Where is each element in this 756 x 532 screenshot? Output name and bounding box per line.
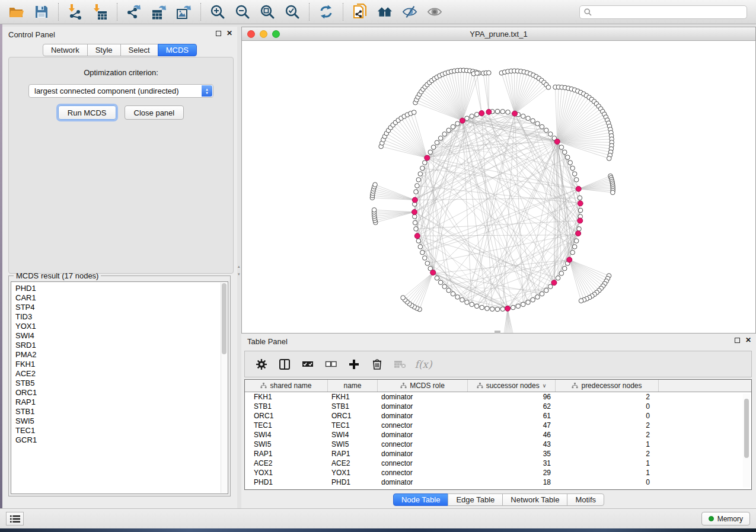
zoom-in-icon[interactable] — [210, 4, 225, 20]
search-input[interactable] — [595, 8, 742, 16]
network-node[interactable] — [548, 284, 553, 289]
delete-row-icon[interactable] — [370, 357, 384, 371]
scrollbar-thumb[interactable] — [222, 283, 227, 354]
network-node[interactable] — [559, 271, 564, 276]
open-file-icon[interactable] — [9, 4, 24, 20]
mcds-result-item[interactable]: YOX1 — [15, 322, 228, 331]
mcds-hub-node[interactable] — [479, 111, 484, 116]
network-node[interactable] — [579, 299, 583, 303]
export-table-icon[interactable] — [151, 4, 167, 20]
column-header-MCDS-role[interactable]: MCDS role — [378, 380, 468, 392]
task-history-button[interactable] — [6, 512, 24, 525]
show-details-icon[interactable] — [427, 4, 442, 20]
network-node[interactable] — [423, 161, 428, 165]
close-panel-icon[interactable]: ✕ — [227, 30, 232, 36]
mcds-hub-node[interactable] — [412, 197, 417, 203]
hide-details-icon[interactable] — [402, 4, 417, 20]
mcds-hub-node[interactable] — [425, 155, 430, 161]
table-row[interactable]: SWI4SWI4dominator462 — [245, 430, 751, 440]
network-node[interactable] — [500, 110, 505, 114]
home-icon[interactable] — [377, 4, 393, 20]
network-node[interactable] — [416, 178, 421, 182]
mcds-result-item[interactable]: FKH1 — [15, 360, 228, 369]
table-row[interactable]: YOX1YOX1connector291 — [245, 468, 751, 477]
network-node[interactable] — [438, 280, 443, 285]
mcds-hub-node[interactable] — [567, 257, 572, 262]
network-canvas[interactable] — [242, 41, 755, 333]
tab-motifs[interactable]: Motifs — [567, 493, 604, 506]
network-node[interactable] — [607, 156, 611, 161]
mcds-hub-node[interactable] — [486, 109, 492, 114]
network-node[interactable] — [487, 70, 492, 75]
network-node[interactable] — [446, 128, 451, 133]
network-node[interactable] — [414, 190, 419, 194]
network-node[interactable] — [474, 112, 479, 117]
network-node[interactable] — [442, 284, 447, 289]
refresh-icon[interactable] — [318, 4, 334, 20]
table-row[interactable]: SWI5SWI5connector431 — [245, 440, 751, 449]
network-node[interactable] — [535, 121, 540, 126]
network-node[interactable] — [451, 291, 455, 296]
network-node[interactable] — [480, 305, 484, 310]
network-node[interactable] — [531, 118, 535, 123]
network-node[interactable] — [414, 226, 419, 231]
network-node[interactable] — [412, 110, 416, 115]
network-node[interactable] — [438, 136, 443, 140]
tab-network[interactable]: Network — [43, 44, 88, 56]
tab-network-table[interactable]: Network Table — [502, 493, 567, 506]
column-header-name[interactable]: name — [328, 380, 378, 392]
network-node[interactable] — [578, 196, 582, 200]
memory-button[interactable]: Memory — [701, 512, 750, 525]
close-panel-icon[interactable]: ✕ — [745, 337, 751, 343]
mcds-result-item[interactable]: CAR1 — [15, 293, 228, 303]
network-node[interactable] — [562, 150, 567, 155]
mcds-result-item[interactable]: TEC1 — [15, 426, 228, 435]
table-scrollbar[interactable] — [743, 394, 750, 488]
run-mcds-button[interactable]: Run MCDS — [58, 105, 116, 120]
mcds-list-scrollbar[interactable] — [221, 283, 227, 493]
network-node[interactable] — [572, 172, 577, 177]
mcds-result-item[interactable]: STB5 — [15, 379, 228, 388]
scrollbar-thumb[interactable] — [744, 399, 749, 458]
network-node[interactable] — [516, 304, 521, 309]
mcds-hub-node[interactable] — [578, 218, 583, 223]
network-node[interactable] — [544, 288, 548, 293]
network-node[interactable] — [574, 239, 579, 243]
network-node[interactable] — [570, 166, 575, 171]
network-node[interactable] — [562, 266, 567, 271]
network-node[interactable] — [470, 114, 474, 118]
tab-edge-table[interactable]: Edge Table — [448, 493, 503, 506]
window-maximize-icon[interactable] — [272, 30, 280, 38]
add-row-icon[interactable] — [347, 357, 361, 371]
network-node[interactable] — [570, 250, 575, 255]
zoom-selected-icon[interactable] — [285, 4, 300, 20]
table-row[interactable]: RAP1RAP1dominator352 — [245, 449, 751, 459]
criterion-select[interactable]: largest connected component (undirected)… — [28, 84, 213, 98]
network-node[interactable] — [373, 182, 378, 187]
table-row[interactable]: ACE2ACE2connector311 — [245, 459, 751, 468]
network-node[interactable] — [372, 208, 377, 213]
network-node[interactable] — [401, 296, 406, 300]
save-session-icon[interactable] — [34, 4, 49, 20]
window-minimize-icon[interactable] — [260, 30, 267, 38]
mcds-result-item[interactable]: GCR1 — [15, 435, 228, 445]
network-node[interactable] — [460, 297, 465, 302]
mcds-result-item[interactable]: SRD1 — [15, 341, 228, 350]
network-node[interactable] — [425, 261, 430, 266]
mcds-hub-node[interactable] — [576, 186, 581, 191]
network-node[interactable] — [418, 172, 423, 177]
network-node[interactable] — [416, 239, 421, 243]
column-header-successor-nodes[interactable]: successor nodes∨ — [468, 380, 556, 392]
network-node[interactable] — [431, 145, 436, 150]
mcds-result-item[interactable]: PMA2 — [15, 350, 228, 360]
mcds-result-item[interactable]: PHD1 — [15, 284, 228, 293]
network-node[interactable] — [415, 184, 420, 188]
mcds-hub-node[interactable] — [505, 306, 511, 311]
mcds-result-item[interactable]: STP4 — [15, 303, 228, 312]
network-node[interactable] — [521, 114, 525, 118]
network-node[interactable] — [470, 302, 474, 307]
network-node[interactable] — [521, 302, 525, 307]
mcds-result-item[interactable]: STB1 — [15, 407, 228, 416]
network-node[interactable] — [475, 71, 480, 76]
network-node[interactable] — [574, 178, 579, 182]
